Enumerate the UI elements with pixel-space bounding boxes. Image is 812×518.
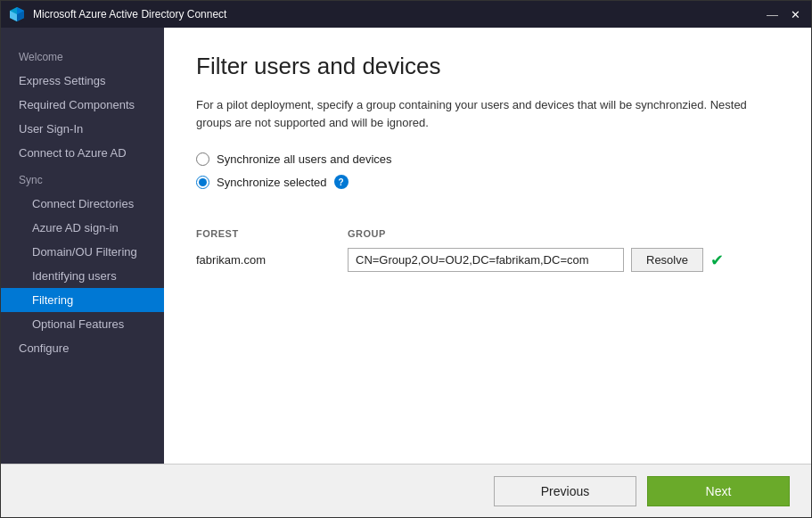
main-window: Microsoft Azure Active Directory Connect… — [0, 0, 812, 518]
page-title: Filter users and devices — [196, 53, 779, 80]
radio-selected-option[interactable]: Synchronize selected ? — [196, 175, 779, 189]
sidebar-item-optional-features[interactable]: Optional Features — [1, 312, 164, 336]
sync-options: Synchronize all users and devices Synchr… — [196, 152, 779, 198]
footer: Previous Next — [1, 464, 811, 517]
resolve-button[interactable]: Resolve — [631, 248, 703, 272]
app-logo-icon — [8, 5, 26, 23]
previous-button[interactable]: Previous — [494, 476, 636, 506]
content-area: Filter users and devices For a pilot dep… — [164, 28, 811, 464]
col-group-label: GROUP — [348, 228, 767, 239]
sidebar-item-express-settings[interactable]: Express Settings — [1, 69, 164, 93]
main-content: Welcome Express Settings Required Compon… — [1, 28, 811, 464]
forest-table-header: FOREST GROUP — [196, 225, 767, 243]
check-icon: ✔ — [710, 251, 724, 270]
window-title: Microsoft Azure Active Directory Connect — [33, 8, 763, 21]
sidebar-item-filtering[interactable]: Filtering — [1, 288, 164, 312]
radio-selected-label: Synchronize selected — [217, 176, 327, 189]
sidebar-item-configure[interactable]: Configure — [1, 336, 164, 360]
sidebar-sync-label: Sync — [1, 165, 164, 192]
table-row: fabrikam.com Resolve ✔ — [196, 243, 767, 277]
group-input[interactable] — [348, 248, 624, 272]
window-controls: — ✕ — [763, 9, 804, 21]
radio-all-option[interactable]: Synchronize all users and devices — [196, 152, 779, 166]
forest-table: FOREST GROUP fabrikam.com Resolve ✔ — [196, 225, 767, 277]
sidebar-welcome: Welcome — [1, 42, 164, 69]
sidebar-item-domain-ou-filtering[interactable]: Domain/OU Filtering — [1, 240, 164, 264]
sidebar-item-connect-azure-ad[interactable]: Connect to Azure AD — [1, 141, 164, 165]
radio-selected-input[interactable] — [196, 176, 209, 189]
group-input-wrap: Resolve ✔ — [348, 248, 767, 272]
next-button[interactable]: Next — [647, 476, 790, 506]
sidebar: Welcome Express Settings Required Compon… — [1, 28, 164, 464]
sidebar-item-azure-ad-signin[interactable]: Azure AD sign-in — [1, 216, 164, 240]
title-bar: Microsoft Azure Active Directory Connect… — [1, 1, 811, 28]
radio-all-input[interactable] — [196, 152, 209, 166]
sidebar-item-identifying-users[interactable]: Identifying users — [1, 264, 164, 288]
forest-name: fabrikam.com — [196, 253, 348, 267]
minimize-button[interactable]: — — [763, 9, 782, 21]
sidebar-item-user-sign-in[interactable]: User Sign-In — [1, 117, 164, 141]
page-description: For a pilot deployment, specify a group … — [196, 96, 749, 131]
close-button[interactable]: ✕ — [787, 9, 804, 21]
sidebar-item-connect-directories[interactable]: Connect Directories — [1, 192, 164, 216]
help-icon[interactable]: ? — [334, 175, 349, 189]
sidebar-item-required-components[interactable]: Required Components — [1, 93, 164, 117]
col-forest-label: FOREST — [196, 228, 348, 239]
radio-all-label: Synchronize all users and devices — [217, 152, 392, 166]
